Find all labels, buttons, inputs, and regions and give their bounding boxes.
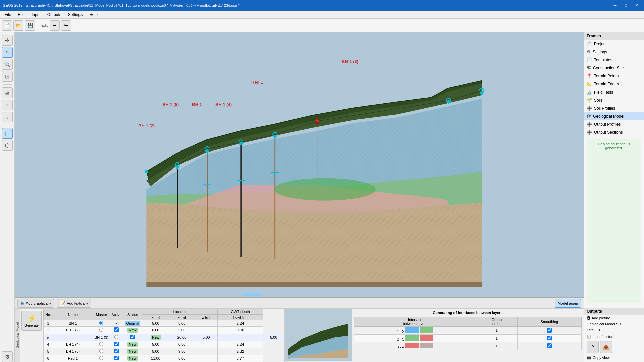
add-textually-button[interactable]: 📝 Add textually bbox=[57, 299, 91, 308]
3d-view-button[interactable]: ◫ bbox=[2, 128, 13, 139]
col-master: Master bbox=[93, 309, 110, 320]
cell-master[interactable] bbox=[93, 341, 110, 348]
add-point-button[interactable]: ⊕ bbox=[2, 87, 13, 98]
menu-input[interactable]: Input bbox=[28, 12, 44, 18]
add-graphically-button[interactable]: ⊕ Add graphically bbox=[17, 299, 54, 308]
gen-color2 bbox=[420, 327, 433, 333]
settings-button[interactable]: ⚙ bbox=[2, 351, 13, 362]
maximize-button[interactable]: □ bbox=[621, 2, 631, 9]
col-gwtdepth: GWT depth bbox=[218, 309, 263, 315]
open-button[interactable]: 📂 bbox=[13, 20, 23, 31]
cell-master[interactable] bbox=[93, 348, 110, 355]
gen-cell-group: 1 bbox=[476, 342, 517, 350]
gen-cell-smoothing[interactable] bbox=[517, 335, 581, 342]
sidebar-item-settings[interactable]: ⚙ Settings bbox=[584, 48, 644, 56]
cell-no: 2 bbox=[44, 327, 53, 334]
viewport-scrollbar[interactable] bbox=[242, 293, 262, 296]
output-geo-model-count: Geological Model : 0 bbox=[584, 321, 644, 327]
title-text: GEOS 2019 - Stratigraphy [C:\_Stahovat\S… bbox=[3, 3, 240, 7]
cell-master[interactable] bbox=[93, 355, 110, 362]
viewport[interactable]: BH 1 (3) Red 1 BH 1 (5) BH 1 BH 1 (4) BH… bbox=[15, 32, 584, 298]
cell-active[interactable] bbox=[110, 355, 123, 362]
svg-point-33 bbox=[480, 91, 483, 95]
sidebar-item-soil-profiles[interactable]: ➕ Soil Profiles bbox=[584, 104, 644, 112]
add-picture-label: Add picture bbox=[592, 316, 610, 320]
close-button[interactable]: ✕ bbox=[632, 2, 641, 9]
arrow-up-button[interactable]: ↑ bbox=[2, 100, 13, 110]
area-select-button[interactable]: ⊡ bbox=[2, 71, 13, 82]
sidebar-item-output-sections[interactable]: ➕ Output Sections bbox=[584, 128, 644, 136]
table-row[interactable]: 2 BH 1 (2) New 0,00 5,00 0,00 bbox=[44, 327, 284, 334]
table-row[interactable]: ▶ BH 1 (3) New 20,00 5,00 5,00 bbox=[44, 334, 284, 341]
sidebar-item-templates[interactable]: 📄 Templates bbox=[584, 56, 644, 64]
move-tool-button[interactable]: ✛ bbox=[2, 35, 13, 46]
sidebar-item-output-profiles[interactable]: ➕ Output Profiles bbox=[584, 120, 644, 128]
window-controls: ─ □ ✕ bbox=[610, 2, 641, 9]
gen-color1 bbox=[405, 327, 419, 333]
menu-file[interactable]: File bbox=[1, 12, 14, 18]
menu-edit[interactable]: Edit bbox=[14, 12, 28, 18]
gen-layer-label: 2 - 3 bbox=[397, 337, 405, 341]
output-add-picture[interactable]: 🖼 Add picture bbox=[584, 315, 644, 321]
undo-button[interactable]: ↩ bbox=[50, 20, 60, 31]
output-copy-view[interactable]: 📷 Copy view bbox=[584, 354, 644, 361]
menu-help[interactable]: Help bbox=[86, 12, 101, 18]
table-row[interactable]: 4 BH 1 (4) New 5,00 0,50 2,24 bbox=[44, 341, 284, 348]
sidebar-item-geological-model[interactable]: 🗺 Geological Model bbox=[584, 112, 644, 120]
sidebar-label-output-profiles: Output Profiles bbox=[594, 122, 621, 127]
output-sections-icon: ➕ bbox=[587, 130, 592, 135]
cell-active[interactable] bbox=[123, 334, 142, 341]
gen-col-smoothing: Smoothing bbox=[517, 317, 581, 327]
sidebar-item-construction[interactable]: 🏗 Construction Site bbox=[584, 64, 644, 72]
menu-outputs[interactable]: Outputs bbox=[44, 12, 65, 18]
select-tool-button[interactable]: ↖ bbox=[2, 47, 13, 58]
print-button[interactable]: 🖨 bbox=[587, 341, 599, 353]
gen-col-group: Grouporder bbox=[476, 317, 517, 327]
table-row[interactable]: 6 Red 1 New 11,00 5,00 3,77 bbox=[44, 355, 284, 362]
sidebar-label-field-tests: Field Tests bbox=[594, 90, 613, 95]
generate-label: Generate bbox=[24, 324, 39, 327]
arrow-down-button[interactable]: ↓ bbox=[2, 112, 13, 122]
soils-icon: 🌱 bbox=[587, 98, 592, 103]
3d-rotate-button[interactable]: ⬡ bbox=[2, 140, 13, 151]
bottom-panel: ⊕ Add graphically 📝 Add textually Model … bbox=[15, 298, 584, 362]
cell-y: 0,50 bbox=[169, 341, 195, 348]
sidebar-item-project[interactable]: 📋 Project bbox=[584, 40, 644, 48]
export-button[interactable]: 📤 bbox=[600, 341, 612, 353]
gen-cell-interface: 1 - 2 bbox=[354, 327, 476, 335]
new-button[interactable]: 📄 bbox=[2, 20, 12, 31]
table-row[interactable]: 5 BH 1 (5) New 5,00 9,50 2,32 bbox=[44, 348, 284, 355]
output-list-pictures[interactable]: 📋 List of pictures bbox=[584, 333, 644, 340]
minimize-button[interactable]: ─ bbox=[610, 2, 620, 9]
terrain-points-icon: 📍 bbox=[587, 73, 592, 78]
generate-button[interactable]: ⚡ Generate bbox=[21, 311, 42, 331]
gen-panel: Generating of interfaces between layers … bbox=[352, 309, 584, 362]
sidebar-item-soils[interactable]: 🌱 Soils bbox=[584, 96, 644, 104]
model-again-button[interactable]: Model again bbox=[555, 299, 581, 308]
col-location: Location bbox=[142, 309, 217, 315]
left-toolbar-sep2 bbox=[3, 125, 12, 125]
cell-master[interactable] bbox=[93, 327, 110, 334]
svg-point-29 bbox=[205, 149, 209, 153]
sidebar-item-terrain-points[interactable]: 📍 Terrain Points bbox=[584, 72, 644, 80]
save-button[interactable]: 💾 bbox=[25, 20, 35, 31]
cell-master[interactable] bbox=[93, 320, 110, 327]
settings-icon: ⚙ bbox=[587, 49, 591, 54]
sidebar-item-field-tests[interactable]: 🔬 Field Tests bbox=[584, 88, 644, 96]
menu-settings[interactable]: Settings bbox=[65, 12, 86, 18]
cell-x: 11,00 bbox=[142, 355, 169, 362]
redo-button[interactable]: ↪ bbox=[61, 20, 71, 31]
sidebar-label-templates: Templates bbox=[594, 58, 612, 62]
cell-active[interactable]: ✓ bbox=[110, 320, 123, 327]
cell-y: 5,00 bbox=[169, 355, 195, 362]
cell-master[interactable] bbox=[110, 334, 123, 341]
label-bh1-5: BH 1 (5) bbox=[162, 102, 179, 107]
sidebar-item-terrain-edges[interactable]: 📐 Terrain Edges bbox=[584, 80, 644, 88]
gen-cell-smoothing[interactable] bbox=[517, 327, 581, 335]
cell-active[interactable] bbox=[110, 327, 123, 334]
gen-cell-smoothing[interactable] bbox=[517, 342, 581, 350]
table-row[interactable]: 1 BH 1 ✓ Original 5,00 5,00 2,24 bbox=[44, 320, 284, 327]
zoom-tool-button[interactable]: 🔍 bbox=[2, 59, 13, 70]
cell-active[interactable] bbox=[110, 341, 123, 348]
cell-active[interactable] bbox=[110, 348, 123, 355]
